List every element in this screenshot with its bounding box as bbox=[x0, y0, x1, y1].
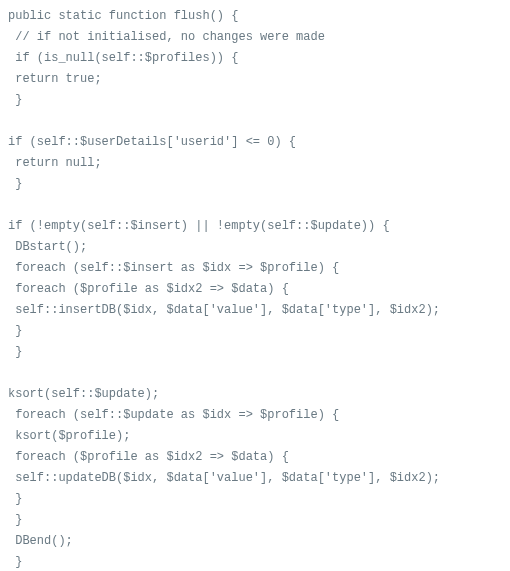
code-block: public static function flush() { // if n… bbox=[0, 0, 510, 571]
